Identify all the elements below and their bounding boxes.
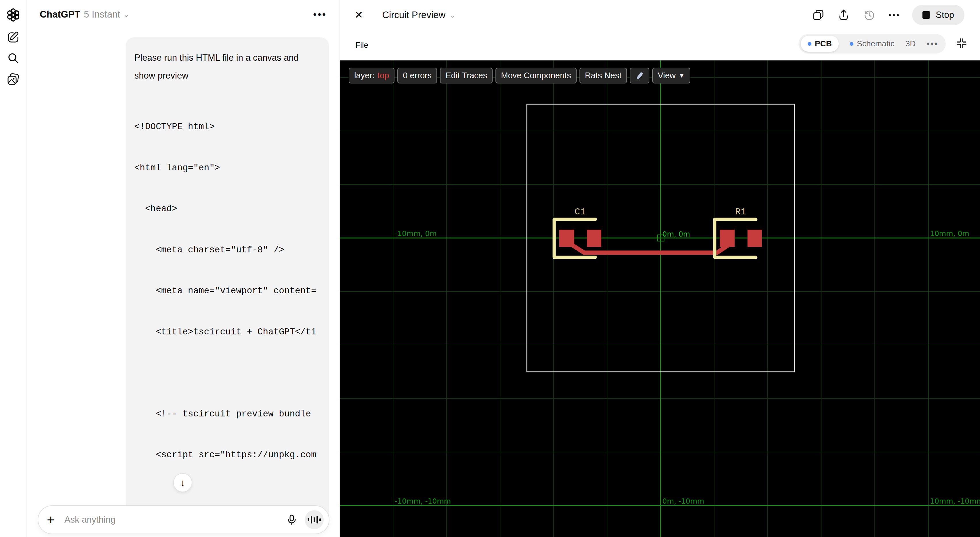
bottom-right-coordinate-label: 10mm, -10mm: [930, 497, 980, 505]
history-icon[interactable]: [863, 9, 875, 21]
voice-mode-button[interactable]: [305, 510, 324, 529]
rats-nest-button[interactable]: Rats Nest: [579, 68, 627, 83]
c1-pad2[interactable]: [587, 229, 601, 247]
left-coordinate-label: -10mm, 0m: [395, 229, 437, 238]
chat-panel: ChatGPT 5 Instant ⌄ ••• Please run this …: [27, 0, 339, 537]
canvas-title-chevron-down-icon[interactable]: ⌄: [449, 11, 455, 19]
bottom-left-coordinate-label: -10mm, -10mm: [395, 497, 451, 505]
stop-button[interactable]: Stop: [912, 5, 964, 25]
file-menu[interactable]: File: [355, 41, 368, 50]
edit-traces-button[interactable]: Edit Traces: [440, 68, 493, 83]
layer-value: top: [377, 71, 389, 80]
code-line: <html lang="en">: [134, 161, 317, 175]
more-options-icon[interactable]: [889, 14, 899, 16]
origin-coordinate-label: 0m, 0m: [662, 230, 690, 238]
code-block: <!DOCTYPE html> <html lang="en"> <head> …: [134, 92, 317, 531]
attach-plus-icon[interactable]: +: [47, 513, 55, 526]
left-rail: [0, 0, 27, 537]
code-line: [134, 489, 317, 503]
conversation-menu-icon[interactable]: •••: [313, 9, 327, 20]
chat-title: ChatGPT: [40, 9, 80, 20]
code-line: <script src="https://unpkg.com: [134, 448, 317, 462]
right-coordinate-label: 10mm, 0m: [930, 229, 969, 238]
r1-label: R1: [735, 207, 746, 217]
tabs-overflow-icon[interactable]: •••: [926, 39, 938, 49]
code-line: <meta charset="utf-8" />: [134, 243, 317, 257]
close-icon[interactable]: ✕: [355, 9, 363, 21]
pcb-toolbar: layer: top 0 errors Edit Traces Move Com…: [349, 68, 690, 83]
r1-pad2[interactable]: [748, 229, 762, 247]
pcb-drawing: C1 R1 0m, 0m -10mm, 0m 10mm, 0m -10mm, -…: [340, 61, 980, 537]
dropdown-caret-icon: ▼: [678, 72, 685, 80]
openai-logo[interactable]: [6, 8, 21, 22]
scroll-to-bottom-button[interactable]: ↓: [173, 473, 192, 492]
canvas-panel: ✕ Circuit Preview ⌄: [339, 0, 980, 537]
user-message-bubble: Please run this HTML file in a canvas an…: [126, 37, 329, 531]
view-tabs: PCB Schematic 3D •••: [799, 34, 946, 54]
user-message-text: Please run this HTML file in a canvas an…: [134, 49, 318, 84]
tab-pcb[interactable]: PCB: [801, 36, 839, 52]
code-line: <title>tscircuit + ChatGPT</ti: [134, 325, 317, 339]
tab-schematic[interactable]: Schematic: [850, 39, 894, 48]
stop-square-icon: [923, 11, 930, 19]
code-line: <!-- tscircuit preview bundle: [134, 407, 317, 421]
c1-label: C1: [574, 207, 585, 217]
share-icon[interactable]: [838, 9, 850, 21]
c1-pad1[interactable]: [559, 229, 574, 247]
copy-icon[interactable]: [812, 9, 824, 21]
composer: +: [38, 505, 329, 534]
app-root: ChatGPT 5 Instant ⌄ ••• Please run this …: [0, 0, 980, 537]
bottom-center-coordinate-label: 0m, -10mm: [662, 497, 704, 505]
waveform-icon: [308, 518, 309, 521]
library-icon[interactable]: [6, 73, 20, 86]
canvas-menubar: File PCB Schematic 3D •••: [340, 30, 980, 61]
blue-dot-icon: [808, 42, 811, 46]
errors-button[interactable]: 0 errors: [397, 68, 437, 83]
search-icon[interactable]: [6, 51, 20, 65]
tab-3d[interactable]: 3D: [905, 39, 916, 48]
r1-pad1[interactable]: [720, 229, 735, 247]
view-dropdown-button[interactable]: View ▼: [652, 68, 690, 83]
code-line: [134, 366, 317, 380]
arrow-down-icon: ↓: [180, 477, 185, 488]
move-components-button[interactable]: Move Components: [495, 68, 576, 83]
layer-selector-button[interactable]: layer: top: [349, 68, 395, 83]
code-line: <head>: [134, 202, 317, 216]
new-chat-icon[interactable]: [6, 30, 20, 44]
pencil-tool-button[interactable]: [630, 68, 649, 83]
model-name: 5 Instant: [84, 9, 120, 20]
canvas-title: Circuit Preview: [382, 10, 445, 21]
canvas-header: ✕ Circuit Preview ⌄: [340, 0, 980, 30]
collapse-view-icon[interactable]: [956, 37, 967, 50]
blue-dot-icon: [850, 42, 853, 46]
microphone-icon[interactable]: [286, 514, 297, 525]
chat-input[interactable]: [64, 515, 286, 525]
code-line: <!DOCTYPE html>: [134, 120, 317, 134]
pcb-canvas[interactable]: C1 R1 0m, 0m -10mm, 0m 10mm, 0m -10mm, -…: [340, 61, 980, 537]
code-line: <meta name="viewport" content=: [134, 284, 317, 298]
chat-header: ChatGPT 5 Instant ⌄ •••: [27, 0, 339, 29]
model-chevron-down-icon[interactable]: ⌄: [123, 10, 129, 19]
pencil-icon: [635, 72, 644, 80]
